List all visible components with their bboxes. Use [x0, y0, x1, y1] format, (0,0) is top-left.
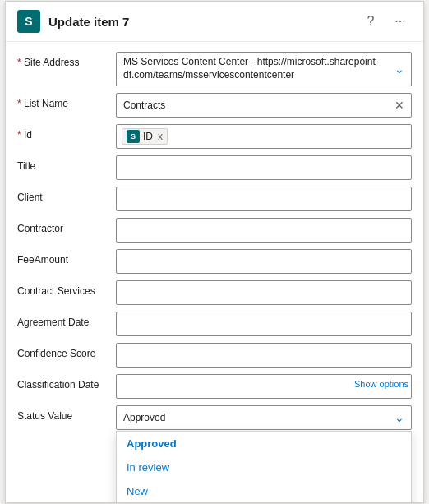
- status-value-dropdown[interactable]: Approved ⌄: [116, 405, 412, 430]
- client-control: [116, 187, 412, 211]
- confidence-score-control: [116, 343, 412, 368]
- contractor-control: [116, 218, 412, 243]
- dropdown-option-new[interactable]: New: [117, 479, 411, 502]
- id-tag: S ID x: [122, 128, 168, 145]
- status-dropdown-menu: Approved In review New Rejected Enter cu…: [116, 431, 412, 502]
- contractor-label: Contractor: [17, 218, 116, 234]
- fee-amount-label: FeeAmount: [17, 249, 116, 266]
- title-control: [116, 155, 412, 180]
- help-button[interactable]: ?: [359, 10, 382, 33]
- title-label: Title: [17, 155, 116, 172]
- dialog-title: Update item 7: [48, 15, 359, 29]
- site-address-dropdown[interactable]: MS Services Content Center - https://mic…: [116, 52, 412, 86]
- dialog-header: S Update item 7 ? ···: [6, 2, 423, 42]
- client-input[interactable]: [116, 187, 412, 211]
- header-actions: ? ···: [359, 10, 412, 33]
- contractor-input[interactable]: [116, 218, 412, 243]
- list-name-value: Contracts: [123, 99, 394, 111]
- id-control: S ID x: [116, 124, 412, 149]
- list-name-field[interactable]: Contracts ✕: [116, 93, 412, 118]
- fee-amount-control: [116, 249, 412, 274]
- client-row: Client: [6, 183, 423, 215]
- list-name-clear-icon[interactable]: ✕: [394, 99, 404, 112]
- id-field[interactable]: S ID x: [116, 124, 412, 149]
- fee-amount-input[interactable]: [116, 249, 412, 274]
- classification-date-control: Show options: [116, 374, 412, 399]
- show-options-link[interactable]: Show options: [354, 379, 408, 389]
- title-row: Title: [6, 152, 423, 183]
- dropdown-option-approved[interactable]: Approved: [117, 432, 411, 455]
- classification-date-row: Classification Date Show options: [6, 371, 423, 402]
- list-name-row: * List Name Contracts ✕: [6, 90, 423, 121]
- dropdown-option-in-review[interactable]: In review: [117, 455, 411, 479]
- status-value-selected: Approved: [123, 412, 391, 423]
- confidence-score-row: Confidence Score: [6, 340, 423, 371]
- confidence-score-input[interactable]: [116, 343, 412, 368]
- id-label: * Id: [17, 124, 116, 141]
- id-row: * Id S ID x: [6, 121, 423, 152]
- id-tag-remove-icon[interactable]: x: [158, 131, 163, 142]
- confidence-score-label: Confidence Score: [17, 343, 116, 359]
- list-name-label: * List Name: [17, 93, 116, 109]
- site-address-row: * Site Address MS Services Content Cente…: [6, 49, 423, 90]
- status-value-control: Approved ⌄ Approved In review New Reject…: [116, 405, 412, 430]
- status-value-label: Status Value: [17, 405, 116, 422]
- dialog-container: S Update item 7 ? ··· * Site Address MS …: [5, 1, 424, 503]
- more-button[interactable]: ···: [389, 10, 412, 33]
- site-address-value: MS Services Content Center - https://mic…: [123, 56, 391, 81]
- agreement-date-label: Agreement Date: [17, 312, 116, 328]
- classification-date-label: Classification Date: [17, 374, 116, 391]
- fee-amount-row: FeeAmount: [6, 246, 423, 277]
- contract-services-control: [116, 280, 412, 305]
- contract-services-input[interactable]: [116, 280, 412, 305]
- list-name-control: Contracts ✕: [116, 93, 412, 118]
- contractor-row: Contractor: [6, 215, 423, 246]
- site-address-control: MS Services Content Center - https://mic…: [116, 52, 412, 86]
- agreement-date-input[interactable]: [116, 312, 412, 336]
- id-tag-icon: S: [127, 130, 140, 143]
- app-icon: S: [17, 10, 40, 33]
- title-input[interactable]: [116, 155, 412, 180]
- status-chevron-icon: ⌄: [394, 411, 404, 424]
- form-body: * Site Address MS Services Content Cente…: [6, 42, 423, 502]
- site-address-label: * Site Address: [17, 52, 116, 68]
- status-value-row: Status Value Approved ⌄ Approved In revi…: [6, 402, 423, 433]
- chevron-down-icon: ⌄: [394, 62, 404, 76]
- agreement-date-control: [116, 312, 412, 336]
- client-label: Client: [17, 187, 116, 203]
- contract-services-row: Contract Services: [6, 277, 423, 308]
- agreement-date-row: Agreement Date: [6, 308, 423, 340]
- id-tag-label: ID: [143, 131, 153, 142]
- contract-services-label: Contract Services: [17, 280, 116, 297]
